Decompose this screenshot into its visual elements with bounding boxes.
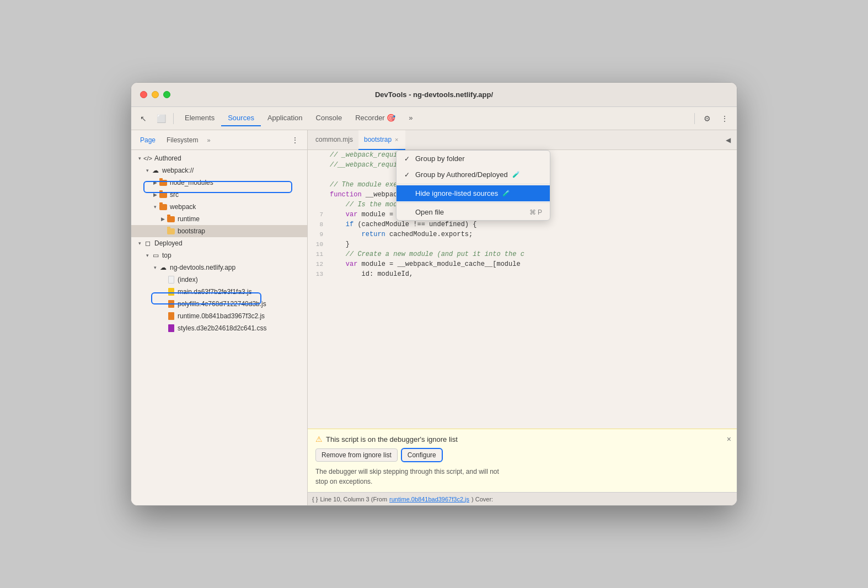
menu-group-by-authored[interactable]: ✓ Group by Authored/Deployed 🧪 bbox=[397, 167, 550, 183]
tree-index[interactable]: ▶ (index) bbox=[131, 274, 307, 286]
window-title: DevTools - ng-devtools.netlify.app/ bbox=[375, 90, 493, 99]
cursor-tool-button[interactable]: ↖ bbox=[136, 111, 151, 126]
tree-main-js[interactable]: ▶ main.da63f7b2fe3f1fa3.js bbox=[131, 286, 307, 298]
open-file-shortcut: ⌘ P bbox=[529, 209, 542, 216]
top-label: top bbox=[162, 252, 172, 259]
traffic-lights bbox=[140, 91, 170, 98]
line-content-8: if (cachedModule !== undefined) { bbox=[330, 220, 737, 229]
top-icon: ▭ bbox=[151, 251, 160, 260]
sidebar-more-options[interactable]: ⋮ bbox=[287, 132, 303, 148]
sidebar-tab-page[interactable]: Page bbox=[136, 134, 160, 146]
toolbar: ↖ ⬜ Elements Sources Application Console… bbox=[131, 107, 737, 130]
tree-deployed[interactable]: ▾ ◻ Deployed bbox=[131, 237, 307, 249]
minimize-button[interactable] bbox=[152, 91, 159, 98]
tab-elements[interactable]: Elements bbox=[178, 110, 221, 126]
code-line-9: 9 return cachedModule.exports; bbox=[308, 229, 737, 239]
status-bar: { } Line 10, Column 3 (From runtime.0b84… bbox=[308, 492, 737, 505]
tree-netlify-app[interactable]: ▾ ☁ ng-devtools.netlify.app bbox=[131, 261, 307, 274]
ignore-list-banner: × ⚠ This script is on the debugger's ign… bbox=[308, 429, 737, 492]
group-folder-check: ✓ bbox=[404, 155, 412, 163]
remove-from-ignore-button[interactable]: Remove from ignore list bbox=[315, 448, 398, 462]
authored-arrow: ▾ bbox=[136, 154, 143, 162]
ignore-banner-buttons: Remove from ignore list Configure bbox=[315, 448, 729, 462]
warning-icon: ⚠ bbox=[315, 435, 323, 443]
menu-group-by-folder[interactable]: ✓ Group by folder bbox=[397, 151, 550, 167]
group-folder-label: Group by folder bbox=[415, 154, 465, 163]
menu-separator-2 bbox=[397, 202, 550, 203]
runtime-js-label: runtime.0b841bad3967f3c2.js bbox=[178, 312, 265, 320]
open-file-label: Open file bbox=[415, 208, 444, 216]
menu-open-file[interactable]: Open file ⌘ P bbox=[397, 204, 550, 220]
tree-top[interactable]: ▾ ▭ top bbox=[131, 249, 307, 261]
group-authored-check: ✓ bbox=[404, 171, 412, 179]
tree-src[interactable]: ▶ src bbox=[131, 189, 307, 201]
src-label: src bbox=[170, 191, 179, 199]
ignore-banner-title: ⚠ This script is on the debugger's ignor… bbox=[315, 435, 729, 443]
webpack-folder-label: webpack bbox=[170, 203, 196, 211]
src-folder-icon bbox=[159, 190, 168, 199]
tab-more[interactable]: » bbox=[402, 110, 419, 126]
line-content-9: return cachedModule.exports; bbox=[330, 229, 737, 239]
close-bootstrap-tab[interactable]: × bbox=[394, 136, 399, 143]
settings-button[interactable]: ⚙ bbox=[699, 111, 715, 126]
webpack-label: webpack:// bbox=[162, 167, 194, 174]
line-content-13: id: moduleId, bbox=[330, 269, 737, 279]
tab-sources[interactable]: Sources bbox=[221, 110, 261, 126]
deployed-label: Deployed bbox=[154, 239, 183, 247]
status-file-link[interactable]: runtime.0b841bad3967f3c2.js bbox=[389, 496, 469, 503]
line-content-11: // Create a new module (and put it into … bbox=[330, 249, 737, 259]
tree-bootstrap[interactable]: ▶ bootstrap bbox=[131, 225, 307, 237]
tree-authored[interactable]: ▾ </> Authored bbox=[131, 152, 307, 164]
maximize-button[interactable] bbox=[163, 91, 170, 98]
group-authored-label: Group by Authored/Deployed bbox=[415, 170, 508, 179]
ignore-banner-description: The debugger will skip stepping through … bbox=[315, 467, 729, 487]
tab-recorder[interactable]: Recorder 🎯 bbox=[349, 110, 402, 126]
tree-webpack[interactable]: ▾ webpack bbox=[131, 201, 307, 213]
file-tree: ▾ </> Authored ▾ ☁ webpack:// ▶ node_mod… bbox=[131, 150, 307, 505]
webpack-cloud-icon: ☁ bbox=[151, 166, 160, 175]
runtime-folder-icon bbox=[167, 215, 175, 223]
line-num-11: 11 bbox=[308, 249, 330, 259]
banner-close-button[interactable]: × bbox=[727, 435, 731, 443]
device-toggle-button[interactable]: ⬜ bbox=[153, 111, 169, 126]
status-suffix: ) Cover: bbox=[471, 496, 493, 503]
code-line-8: 8 if (cachedModule !== undefined) { bbox=[308, 220, 737, 229]
tree-webpack-root[interactable]: ▾ ☁ webpack:// bbox=[131, 164, 307, 177]
src-arrow: ▶ bbox=[151, 191, 159, 199]
tree-polyfills[interactable]: ▶ polyfills.4c768d7122740d3b.js bbox=[131, 298, 307, 310]
nav-left-button[interactable]: ◀ bbox=[721, 133, 735, 147]
configure-button[interactable]: Configure bbox=[401, 448, 443, 462]
tree-runtime-js[interactable]: ▶ runtime.0b841bad3967f3c2.js bbox=[131, 310, 307, 322]
runtime-js-file-icon bbox=[167, 312, 175, 320]
main-js-label: main.da63f7b2fe3f1fa3.js bbox=[178, 288, 252, 296]
close-button[interactable] bbox=[140, 91, 147, 98]
tab-application[interactable]: Application bbox=[261, 110, 309, 126]
styles-css-label: styles.d3e2b24618d2c641.css bbox=[178, 324, 266, 332]
more-options-button[interactable]: ⋮ bbox=[717, 111, 732, 126]
sidebar-tab-more[interactable]: » bbox=[205, 136, 212, 145]
tree-node-modules[interactable]: ▶ node_modules bbox=[131, 177, 307, 189]
code-line-10: 10 } bbox=[308, 239, 737, 249]
file-tab-bootstrap[interactable]: bootstrap × bbox=[358, 130, 405, 150]
bootstrap-label: bootstrap bbox=[178, 227, 205, 235]
line-num-13: 13 bbox=[308, 269, 330, 279]
index-label: (index) bbox=[178, 276, 198, 284]
styles-css-file-icon bbox=[167, 324, 175, 333]
index-file-icon bbox=[167, 275, 175, 284]
tree-styles-css[interactable]: ▶ styles.d3e2b24618d2c641.css bbox=[131, 322, 307, 334]
tree-runtime[interactable]: ▶ runtime bbox=[131, 213, 307, 225]
line-num-9: 9 bbox=[308, 229, 330, 239]
polyfills-label: polyfills.4c768d7122740d3b.js bbox=[178, 300, 266, 308]
menu-hide-ignore-listed[interactable]: Hide ignore-listed sources 🧪 bbox=[397, 185, 550, 201]
node-modules-arrow: ▶ bbox=[151, 179, 159, 186]
ignore-banner-title-text: This script is on the debugger's ignore … bbox=[326, 435, 458, 443]
tab-console[interactable]: Console bbox=[309, 110, 349, 126]
hide-ignore-label: Hide ignore-listed sources bbox=[415, 189, 498, 197]
code-line-11: 11 // Create a new module (and put it in… bbox=[308, 249, 737, 259]
file-tab-common-mjs[interactable]: common.mjs bbox=[310, 130, 358, 150]
status-format-icon: { } bbox=[312, 496, 318, 503]
bootstrap-tab-label: bootstrap bbox=[364, 136, 392, 143]
titlebar: DevTools - ng-devtools.netlify.app/ bbox=[131, 83, 737, 107]
status-text: Line 10, Column 3 (From bbox=[320, 496, 387, 503]
sidebar-tab-filesystem[interactable]: Filesystem bbox=[162, 134, 202, 146]
